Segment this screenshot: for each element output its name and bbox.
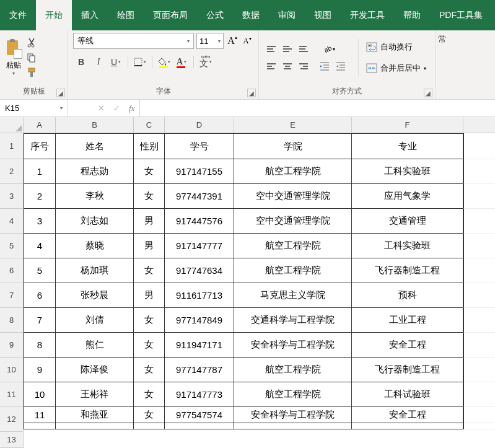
decrease-indent-button[interactable] bbox=[317, 59, 332, 73]
cell[interactable]: 917147777 bbox=[165, 234, 234, 258]
name-box[interactable]: K15 ▾ bbox=[0, 100, 68, 116]
cell[interactable]: 女 bbox=[134, 358, 165, 382]
cell[interactable]: 917447576 bbox=[165, 209, 234, 234]
ribbon-tab[interactable]: 插入 bbox=[72, 0, 108, 30]
cell[interactable]: 空中交通管理学院 bbox=[234, 209, 352, 234]
format-painter-icon[interactable] bbox=[26, 67, 37, 78]
cell[interactable]: 学号 bbox=[165, 133, 234, 159]
cell[interactable]: 蔡晓 bbox=[56, 234, 134, 258]
cell[interactable]: 王彬祥 bbox=[56, 382, 134, 407]
cell[interactable]: 8 bbox=[24, 333, 56, 358]
cell[interactable]: 程志勋 bbox=[56, 159, 134, 184]
font-launcher[interactable]: ◢ bbox=[247, 89, 256, 97]
cell[interactable]: 977147787 bbox=[165, 358, 234, 382]
ribbon-tab[interactable]: 文件 bbox=[0, 0, 36, 30]
cell[interactable]: 马克思主义学院 bbox=[234, 283, 352, 308]
cell[interactable]: 飞行器制造工程 bbox=[352, 358, 463, 382]
row-header[interactable]: 8 bbox=[0, 308, 24, 333]
cell[interactable]: 女 bbox=[134, 308, 165, 333]
select-all-corner[interactable] bbox=[0, 117, 24, 133]
font-color-button[interactable]: A ▾ bbox=[173, 54, 190, 70]
cell[interactable]: 男 bbox=[134, 283, 165, 308]
cell[interactable]: 男 bbox=[134, 209, 165, 234]
cell[interactable] bbox=[352, 423, 463, 429]
row-header[interactable]: 12 bbox=[0, 407, 24, 432]
align-right-button[interactable] bbox=[296, 59, 311, 73]
column-header[interactable]: F bbox=[352, 117, 463, 133]
row-header[interactable]: 7 bbox=[0, 283, 24, 308]
cell[interactable] bbox=[134, 423, 165, 429]
ribbon-tab[interactable]: 绘图 bbox=[108, 0, 144, 30]
increase-font-icon[interactable]: A▴ bbox=[226, 35, 239, 47]
cell[interactable]: 女 bbox=[134, 407, 165, 423]
ribbon-tab[interactable]: 帮助 bbox=[394, 0, 430, 30]
cell[interactable]: 女 bbox=[134, 184, 165, 209]
font-name-combo[interactable]: 等线 ▾ bbox=[73, 33, 194, 49]
cancel-formula-icon[interactable]: ✕ bbox=[98, 103, 105, 113]
align-left-button[interactable] bbox=[264, 59, 279, 73]
cell[interactable]: 2 bbox=[24, 184, 56, 209]
cell[interactable]: 917147155 bbox=[165, 159, 234, 184]
cell[interactable] bbox=[463, 423, 495, 429]
column-header[interactable]: A bbox=[24, 117, 56, 133]
cell[interactable] bbox=[463, 283, 495, 308]
bold-button[interactable]: B bbox=[73, 54, 89, 70]
grid[interactable]: ABCDEF 12345678910111213 序号姓名性别学号学院专业1程志… bbox=[0, 117, 495, 448]
row-header[interactable]: 1 bbox=[0, 133, 24, 159]
row-header[interactable]: 5 bbox=[0, 234, 24, 258]
column-header[interactable]: B bbox=[56, 117, 134, 133]
cell[interactable]: 熊仁 bbox=[56, 333, 134, 358]
cell[interactable]: 和燕亚 bbox=[56, 407, 134, 423]
cell[interactable] bbox=[463, 407, 495, 423]
ribbon-tab[interactable]: 开始 bbox=[36, 0, 72, 30]
cell[interactable]: 陈泽俊 bbox=[56, 358, 134, 382]
cell[interactable]: 安全科学与工程学院 bbox=[234, 333, 352, 358]
cell[interactable]: 911947171 bbox=[165, 333, 234, 358]
copy-icon[interactable] bbox=[26, 52, 37, 63]
cell[interactable] bbox=[463, 209, 495, 234]
cell[interactable]: 飞行器制造工程 bbox=[352, 258, 463, 283]
cell[interactable]: 刘倩 bbox=[56, 308, 134, 333]
cell[interactable]: 工科实验班 bbox=[352, 159, 463, 184]
cell[interactable]: 男 bbox=[134, 234, 165, 258]
ribbon-tab[interactable]: 页面布局 bbox=[144, 0, 197, 30]
fill-color-button[interactable]: ▾ bbox=[156, 54, 172, 70]
cell[interactable]: 航空工程学院 bbox=[234, 258, 352, 283]
cell[interactable] bbox=[463, 258, 495, 283]
cell[interactable]: 学院 bbox=[234, 133, 352, 159]
cell[interactable]: 工科实验班 bbox=[352, 234, 463, 258]
ribbon-tab[interactable]: 公式 bbox=[197, 0, 233, 30]
row-header[interactable]: 2 bbox=[0, 159, 24, 184]
cell[interactable]: 10 bbox=[24, 382, 56, 407]
cell[interactable]: 专业 bbox=[352, 133, 463, 159]
row-header[interactable]: 10 bbox=[0, 358, 24, 382]
cell[interactable]: 航空工程学院 bbox=[234, 159, 352, 184]
italic-button[interactable]: I bbox=[90, 54, 107, 70]
increase-indent-button[interactable] bbox=[333, 59, 348, 73]
cell[interactable]: 917147773 bbox=[165, 382, 234, 407]
column-header[interactable]: C bbox=[134, 117, 165, 133]
cell[interactable]: 4 bbox=[24, 234, 56, 258]
cell[interactable]: 安全工程 bbox=[352, 407, 463, 423]
borders-button[interactable]: ▾ bbox=[132, 54, 148, 70]
cell[interactable] bbox=[463, 382, 495, 407]
accept-formula-icon[interactable]: ✓ bbox=[113, 103, 120, 113]
cell[interactable]: 刘志如 bbox=[56, 209, 134, 234]
alignment-launcher[interactable]: ◢ bbox=[424, 89, 432, 97]
cell[interactable]: 应用气象学 bbox=[352, 184, 463, 209]
cell[interactable]: 女 bbox=[134, 382, 165, 407]
phonetic-button[interactable]: wén 文 ▾ bbox=[198, 54, 214, 70]
cell[interactable]: 安全科学与工程学院 bbox=[234, 407, 352, 423]
cell[interactable] bbox=[24, 423, 56, 429]
cell[interactable]: 911617713 bbox=[165, 283, 234, 308]
cell[interactable]: 杨加琪 bbox=[56, 258, 134, 283]
cell[interactable]: 3 bbox=[24, 209, 56, 234]
column-header[interactable] bbox=[463, 117, 495, 133]
cell[interactable] bbox=[463, 159, 495, 184]
cell[interactable]: 姓名 bbox=[56, 133, 134, 159]
cell[interactable]: 安全工程 bbox=[352, 333, 463, 358]
cell[interactable]: 女 bbox=[134, 333, 165, 358]
cell[interactable]: 977447391 bbox=[165, 184, 234, 209]
row-header[interactable]: 3 bbox=[0, 184, 24, 209]
cell[interactable]: 1 bbox=[24, 159, 56, 184]
